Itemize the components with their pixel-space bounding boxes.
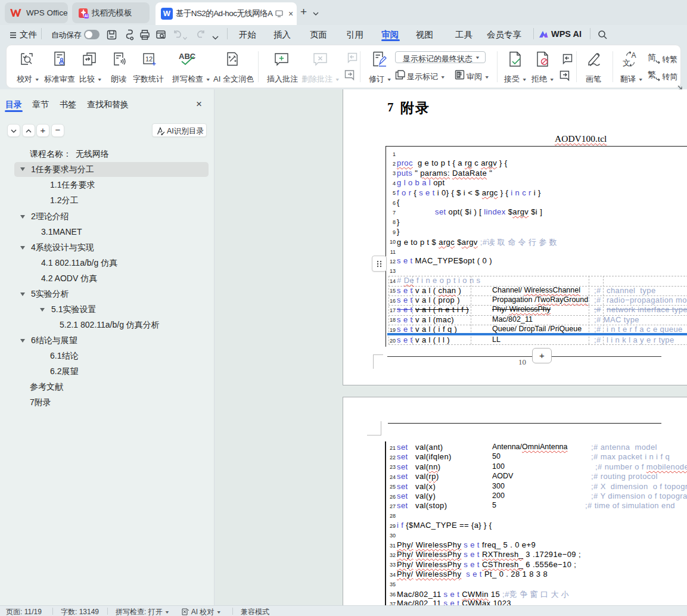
svg-text:A: A	[632, 51, 636, 60]
svg-text:文: 文	[623, 58, 630, 67]
svg-text:12: 12	[145, 55, 153, 63]
